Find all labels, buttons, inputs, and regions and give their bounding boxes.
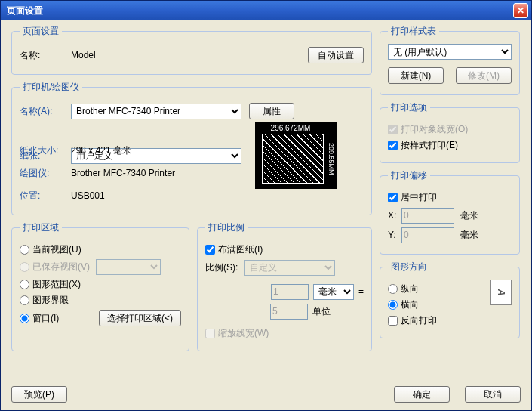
legend-style-table: 打印样式表 bbox=[388, 25, 439, 38]
radio-saved-view: 已保存视图(V) bbox=[20, 259, 181, 275]
radio-extents[interactable]: 图形范围(X) bbox=[20, 278, 181, 291]
preview-width-label: 296.672MM bbox=[256, 124, 325, 132]
scale-unit1-select[interactable]: 毫米 bbox=[313, 284, 354, 300]
check-scale-lineweight: 缩放线宽(W) bbox=[205, 327, 364, 340]
check-object-lineweight: 打印对象线宽(O) bbox=[388, 123, 512, 136]
printer-name-label: 名称(A): bbox=[20, 105, 71, 118]
check-fit-to-paper[interactable]: 布满图纸(I) bbox=[205, 243, 364, 256]
saved-view-select bbox=[96, 259, 161, 275]
plotter-label: 绘图仪: bbox=[20, 167, 71, 180]
offset-y-label: Y: bbox=[388, 230, 401, 240]
radio-window[interactable]: 窗口(I) bbox=[20, 312, 59, 325]
preview-button[interactable]: 预览(P) bbox=[11, 386, 67, 403]
legend-print-area: 打印区域 bbox=[20, 221, 62, 234]
group-printer: 打印机/绘图仪 名称(A): Brother MFC-7340 Printer … bbox=[11, 81, 372, 215]
page-setup-dialog: 页面设置 ✕ 页面设置 名称: Model 自动设置 打印机/绘图仪 名称(A)… bbox=[0, 0, 532, 411]
preview-height-label: 209.55MM bbox=[326, 134, 335, 184]
close-button[interactable]: ✕ bbox=[513, 3, 528, 18]
offset-x-unit: 毫米 bbox=[460, 209, 478, 222]
style-table-select[interactable]: 无 (用户默认) bbox=[388, 44, 512, 60]
radio-portrait[interactable]: 纵向 bbox=[388, 283, 484, 295]
group-print-scale: 打印比例 布满图纸(I) 比例(S): 自定义 毫米 = bbox=[197, 221, 372, 351]
check-reverse-print[interactable]: 反向打印 bbox=[388, 314, 484, 327]
ok-button[interactable]: 确定 bbox=[394, 386, 450, 403]
paper-size-label: 纸张大小: bbox=[20, 144, 71, 157]
group-orientation: 图形方向 纵向 横向 反向打印 A bbox=[380, 261, 520, 338]
offset-y-unit: 毫米 bbox=[460, 229, 478, 242]
legend-orientation: 图形方向 bbox=[388, 261, 430, 273]
scale-ratio-label: 比例(S): bbox=[205, 261, 244, 274]
choose-print-area-button[interactable]: 选择打印区域(<) bbox=[99, 310, 181, 326]
radio-limits[interactable]: 图形界限 bbox=[20, 294, 181, 307]
paper-preview: 296.672MM 209.55MM bbox=[255, 122, 337, 189]
group-print-options: 打印选项 打印对象线宽(O) 按样式打印(E) bbox=[380, 101, 520, 163]
paper-size-value: 298 x 421 毫米 bbox=[71, 144, 131, 157]
offset-x-label: X: bbox=[388, 210, 401, 221]
auto-setup-button[interactable]: 自动设置 bbox=[308, 47, 364, 63]
legend-print-options: 打印选项 bbox=[388, 101, 430, 114]
location-label: 位置: bbox=[20, 190, 71, 202]
offset-y-input bbox=[401, 227, 454, 243]
group-style-table: 打印样式表 无 (用户默认) 新建(N) 修改(M) bbox=[380, 25, 520, 95]
legend-print-offset: 打印偏移 bbox=[388, 169, 430, 182]
scale-equals: = bbox=[358, 286, 364, 297]
check-by-style[interactable]: 按样式打印(E) bbox=[388, 139, 512, 152]
name-value: Model bbox=[71, 50, 96, 60]
location-value: USB001 bbox=[71, 190, 105, 201]
check-center-print[interactable]: 居中打印 bbox=[388, 191, 512, 204]
cancel-button[interactable]: 取消 bbox=[465, 386, 521, 403]
legend-page-setup: 页面设置 bbox=[20, 25, 62, 38]
legend-printer: 打印机/绘图仪 bbox=[20, 81, 82, 94]
group-print-offset: 打印偏移 居中打印 X: 毫米 Y: 毫米 bbox=[380, 169, 520, 255]
radio-landscape[interactable]: 横向 bbox=[388, 298, 484, 311]
plotter-value: Brother MFC-7340 Printer bbox=[71, 168, 175, 178]
style-modify-button: 修改(M) bbox=[456, 67, 512, 84]
window-title: 页面设置 bbox=[7, 5, 43, 17]
legend-print-scale: 打印比例 bbox=[205, 221, 248, 234]
name-label: 名称: bbox=[20, 49, 71, 62]
offset-x-input bbox=[401, 208, 454, 224]
scale-val1-input bbox=[271, 284, 309, 300]
printer-name-select[interactable]: Brother MFC-7340 Printer bbox=[71, 104, 241, 119]
group-print-area: 打印区域 当前视图(U) 已保存视图(V) 图形范围(X) 图形界限 窗口(I)… bbox=[11, 221, 189, 351]
scale-unit2-label: 单位 bbox=[312, 305, 353, 318]
scale-ratio-select: 自定义 bbox=[244, 260, 335, 276]
printer-properties-button[interactable]: 属性 bbox=[249, 103, 294, 119]
group-page-setup: 页面设置 名称: Model 自动设置 bbox=[11, 25, 372, 75]
radio-current-view[interactable]: 当前视图(U) bbox=[20, 243, 181, 256]
orientation-icon: A bbox=[490, 280, 512, 305]
titlebar: 页面设置 ✕ bbox=[1, 1, 531, 20]
scale-val2-input bbox=[270, 304, 308, 320]
style-new-button[interactable]: 新建(N) bbox=[388, 67, 444, 84]
